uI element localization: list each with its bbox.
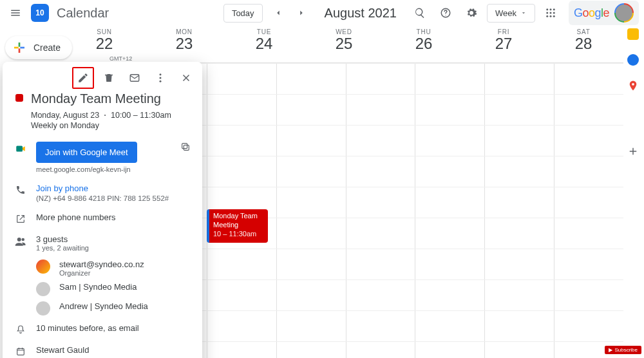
help-icon[interactable] — [435, 3, 456, 23]
keep-icon[interactable] — [627, 28, 639, 40]
svg-point-2 — [546, 8, 548, 10]
day-number: 28 — [544, 35, 623, 53]
svg-point-10 — [553, 15, 555, 17]
day-header[interactable]: MON23 — [144, 26, 224, 62]
guest-avatar — [36, 301, 50, 316]
svg-rect-16 — [16, 146, 23, 152]
guest-name: Andrew | Syndeo Media — [59, 301, 148, 311]
day-number: 25 — [304, 35, 384, 53]
meet-link[interactable]: meet.google.com/egk-kevn-ijn — [36, 165, 171, 173]
event-datetime: Monday, August 23 ⋅ 10:00 – 11:30am — [31, 110, 191, 120]
day-header[interactable]: FRI27 — [464, 26, 544, 62]
day-number: 26 — [384, 35, 464, 53]
bell-icon — [14, 323, 27, 335]
event-block-title: Monday Team Meeting — [213, 212, 264, 230]
join-meet-button[interactable]: Join with Google Meet — [36, 142, 137, 163]
tasks-icon[interactable] — [627, 54, 639, 66]
subscribe-badge[interactable]: ▶ Subscribe — [605, 346, 641, 354]
svg-point-14 — [160, 77, 162, 79]
day-number: 27 — [464, 35, 544, 53]
google-logo: Google — [574, 6, 609, 20]
side-panel — [625, 28, 641, 157]
phone-number: (NZ) +64 9-886 4218 PIN: 788 125 552# — [36, 194, 169, 202]
app-header: 10 Calendar Today August 2021 Week Googl… — [0, 0, 644, 26]
account-area[interactable]: Google — [569, 1, 639, 25]
day-number: 22 — [64, 35, 144, 53]
guest-avatar — [36, 282, 50, 296]
svg-point-11 — [632, 83, 634, 86]
add-addon-icon[interactable] — [627, 146, 639, 157]
svg-rect-17 — [184, 145, 189, 150]
chevron-down-icon — [520, 10, 527, 16]
svg-point-1 — [445, 15, 446, 15]
event-block-time: 10 – 11:30am — [213, 230, 264, 239]
week-nav — [268, 3, 312, 23]
more-phone-row[interactable]: More phone numbers — [3, 207, 202, 229]
svg-point-19 — [17, 238, 21, 241]
view-label: Week — [495, 8, 516, 18]
guests-count: 3 guests — [36, 234, 89, 244]
svg-point-6 — [549, 12, 551, 14]
day-header[interactable]: TUE24 — [224, 26, 304, 62]
svg-point-9 — [549, 15, 551, 17]
svg-point-13 — [160, 73, 162, 75]
prev-week-button[interactable] — [268, 3, 289, 23]
close-button[interactable] — [175, 67, 197, 89]
guest-name: Sam | Syndeo Media — [59, 282, 137, 292]
guest-name: stewart@syndeo.co.nz — [59, 259, 144, 269]
calendar-owner: Stewart Gauld — [36, 345, 89, 355]
delete-event-button[interactable] — [98, 67, 120, 89]
svg-rect-18 — [182, 144, 187, 149]
svg-point-3 — [549, 8, 551, 10]
event-title: Monday Team Meeting — [31, 91, 191, 106]
svg-rect-21 — [17, 348, 24, 355]
subscribe-label: Subscribe — [614, 347, 638, 353]
guest-avatar — [36, 259, 50, 274]
join-phone-link[interactable]: Join by phone — [36, 184, 169, 193]
day-header[interactable]: THU26 — [384, 26, 464, 62]
svg-point-7 — [553, 12, 555, 14]
svg-point-5 — [546, 12, 548, 14]
svg-point-20 — [22, 238, 25, 241]
calendar-icon — [14, 345, 27, 357]
next-week-button[interactable] — [291, 3, 312, 23]
calendar-logo-icon: 10 — [31, 4, 49, 22]
settings-icon[interactable] — [461, 3, 482, 23]
today-button[interactable]: Today — [223, 4, 263, 23]
event-block[interactable]: Monday Team Meeting 10 – 11:30am — [207, 209, 268, 243]
event-color-dot — [15, 94, 23, 102]
main-menu-icon[interactable] — [5, 3, 26, 23]
guests-status: 1 yes, 2 awaiting — [36, 244, 89, 252]
event-popover: Monday Team Meeting Monday, August 23 ⋅ … — [3, 62, 202, 358]
guest-list: stewart@syndeo.co.nzOrganizerSam | Synde… — [3, 257, 202, 318]
options-button[interactable] — [149, 67, 171, 89]
people-icon — [14, 234, 27, 247]
external-link-icon — [14, 212, 27, 224]
guest-item: Sam | Syndeo Media — [3, 279, 202, 299]
view-switcher[interactable]: Week — [487, 4, 535, 23]
day-number: 23 — [144, 35, 224, 53]
google-apps-icon[interactable] — [540, 3, 561, 23]
account-avatar[interactable] — [614, 3, 634, 23]
reminder-text: 10 minutes before, as email — [36, 323, 139, 333]
copy-link-icon[interactable] — [180, 142, 191, 152]
maps-icon[interactable] — [627, 80, 639, 91]
day-header[interactable]: WED25 — [304, 26, 384, 62]
svg-point-8 — [546, 15, 548, 17]
day-header[interactable]: SAT28 — [544, 26, 623, 62]
guest-item: stewart@syndeo.co.nzOrganizer — [3, 257, 202, 279]
email-guests-button[interactable] — [124, 67, 146, 89]
svg-point-15 — [160, 80, 162, 82]
meet-row: Join with Google Meet meet.google.com/eg… — [3, 137, 202, 178]
app-title: Calendar — [57, 6, 109, 21]
event-header: Monday Team Meeting Monday, August 23 ⋅ … — [3, 89, 202, 137]
day-header[interactable]: SUN22 — [64, 26, 144, 62]
edit-event-button[interactable] — [72, 67, 94, 89]
day-header-row: SUN22MON23TUE24WED25THU26FRI27SAT28 — [64, 26, 623, 63]
create-button[interactable]: Create — [5, 36, 72, 59]
day-number: 24 — [224, 35, 304, 53]
reminder-row: 10 minutes before, as email — [3, 318, 202, 340]
popover-toolbar — [3, 62, 202, 89]
plus-icon — [12, 40, 27, 55]
search-icon[interactable] — [410, 3, 430, 23]
